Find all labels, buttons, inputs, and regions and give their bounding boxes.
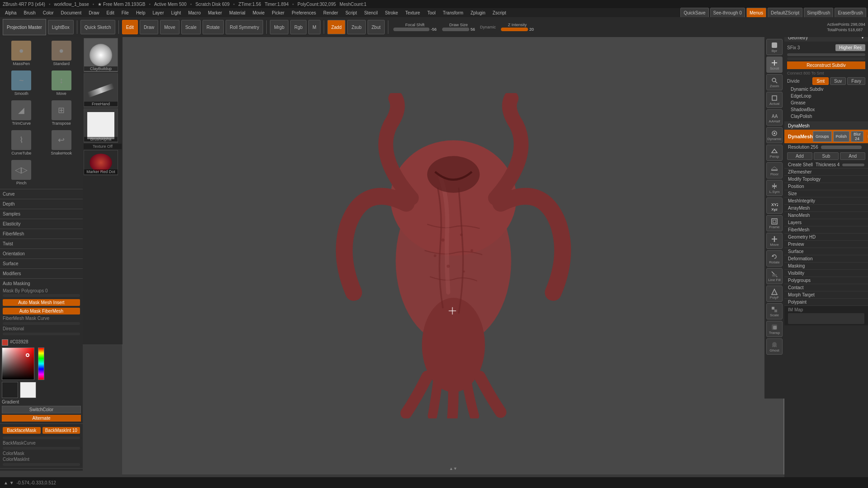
menu-light[interactable]: Light — [168, 9, 184, 16]
menu-material[interactable]: Material — [226, 9, 249, 16]
polygroups-slider[interactable] — [3, 294, 80, 297]
menu-render[interactable]: Render — [320, 9, 341, 16]
im-map-display[interactable] — [788, 313, 864, 324]
geometry-slider2[interactable] — [787, 57, 865, 60]
groups-badge[interactable]: Groups — [813, 131, 832, 142]
fibermesh-mask-curve[interactable]: FiberMesh Mask Curve — [3, 315, 80, 321]
geometry-hd-row[interactable]: Geometry HD — [784, 234, 868, 240]
see-through-button[interactable]: See-through 0 — [710, 8, 745, 18]
higher-res-button[interactable]: Higher Res — [835, 44, 865, 51]
backmask-int-button[interactable]: BackMaskInt 10 — [42, 427, 80, 434]
blur-badge[interactable]: Blur 24 — [851, 131, 863, 142]
menu-tool[interactable]: Tool — [424, 9, 439, 16]
vtool-lsym[interactable]: L.Sym — [766, 180, 783, 196]
quick-sketch-button[interactable]: Quick Sketch — [80, 20, 115, 34]
fibermesh-label[interactable]: FiberMesh — [3, 230, 80, 237]
rgb-button[interactable]: Rgb — [290, 20, 307, 34]
elasticity-label[interactable]: Elasticity — [3, 221, 80, 227]
edit-button[interactable]: Edit — [122, 20, 138, 34]
backface-mask-button[interactable]: BackfaceMask — [3, 427, 41, 434]
eraserbrush-button[interactable]: EraserBrush — [835, 8, 866, 18]
curve-label[interactable]: Curve — [3, 191, 80, 197]
modify-topology-row[interactable]: Modify Topology — [784, 176, 868, 183]
favy-button[interactable]: Favy — [847, 77, 865, 85]
vtool-polyf[interactable]: PolyF — [766, 286, 783, 302]
twist-label[interactable]: Twist — [3, 240, 80, 247]
shadowbox-row[interactable]: ShadowBox — [787, 106, 865, 113]
zsub-button[interactable]: Zsub — [347, 20, 365, 34]
resolution-slider[interactable] — [821, 145, 862, 149]
menu-texture[interactable]: Texture — [402, 9, 423, 16]
brush-transpose[interactable]: ⊞ Transpose — [42, 99, 81, 127]
canvas-area[interactable]: ▲▼ — [122, 37, 784, 474]
brush-pinch[interactable]: ◁▷ Pinch — [2, 158, 41, 187]
switchcolor-button[interactable]: SwitchColor — [2, 406, 81, 413]
morph-target-row[interactable]: Morph Target — [784, 291, 868, 298]
sub-button[interactable]: Sub — [814, 152, 839, 160]
menu-marker[interactable]: Marker — [205, 9, 225, 16]
brush-standard[interactable]: ● Standard — [42, 39, 81, 68]
preview-row[interactable]: Preview — [784, 241, 868, 248]
menu-movie[interactable]: Movie — [250, 9, 268, 16]
modifiers-label[interactable]: Modifiers — [3, 270, 80, 277]
defaultzscript-button[interactable]: DefaultZScript — [768, 8, 802, 18]
zadd-button[interactable]: Zadd — [327, 20, 346, 34]
arraymesh-row[interactable]: ArrayMesh — [784, 205, 868, 211]
projection-master-button[interactable]: Projection Master — [3, 19, 46, 35]
surface-rp-row[interactable]: Surface — [784, 248, 868, 255]
color-gradient-picker[interactable] — [2, 347, 34, 380]
vtool-move[interactable]: Move — [766, 233, 783, 249]
focal-shift-slider[interactable] — [393, 28, 429, 31]
color-mask-label[interactable]: ColorMask — [3, 450, 80, 456]
vtool-zoom[interactable]: Zoom — [766, 74, 783, 90]
depth-label[interactable]: Depth — [3, 201, 80, 207]
grease-row[interactable]: Grease — [787, 99, 865, 106]
geometry-slider[interactable] — [787, 53, 865, 56]
and-button[interactable]: And — [840, 152, 865, 160]
mask-by-polygroups[interactable]: Mask By Polygroups 0 — [3, 288, 80, 294]
auto-mask-fibermesh-button[interactable]: Auto Mask FiberMesh — [3, 308, 80, 314]
menu-document[interactable]: Document — [58, 9, 85, 16]
alternate-button[interactable]: Alternate — [2, 415, 81, 422]
topological-label[interactable]: Topological — [3, 470, 80, 471]
lightbox-button[interactable]: LightBox — [48, 20, 74, 34]
colormask-slider[interactable] — [3, 463, 80, 466]
fibermesh-rp-row[interactable]: FiberMesh — [784, 226, 868, 233]
samples-label[interactable]: Samples — [3, 211, 80, 217]
auto-mask-mesh-button[interactable]: Auto Mask Mesh Insert — [3, 299, 80, 306]
creature-viewport[interactable] — [291, 93, 616, 418]
move-button[interactable]: Move — [160, 20, 179, 34]
project-badge[interactable]: Project — [865, 131, 868, 142]
zbut-button[interactable]: Zbut — [368, 20, 385, 34]
color-swatch-dark[interactable] — [2, 382, 18, 398]
auto-masking-label[interactable]: Auto Masking — [3, 280, 80, 287]
menu-macro[interactable]: Macro — [185, 9, 204, 16]
brush-move[interactable]: ↕ Move — [42, 69, 81, 98]
menu-picker[interactable]: Picker — [269, 9, 288, 16]
vtool-bpr[interactable]: Bpr — [766, 39, 783, 55]
draw-button[interactable]: Draw — [140, 20, 158, 34]
rotate-button[interactable]: Rotate — [203, 20, 224, 34]
vtool-scale[interactable]: Scale — [766, 303, 783, 319]
smt-button[interactable]: Smt — [812, 77, 829, 85]
add-button[interactable]: Add — [787, 152, 812, 160]
masking-row[interactable]: Masking — [784, 263, 868, 269]
menu-draw[interactable]: Draw — [85, 9, 102, 16]
alpha-claybuildup[interactable]: ClayBuildup — [84, 38, 118, 72]
contact-row[interactable]: Contact — [784, 284, 868, 291]
layers-row[interactable]: Layers — [784, 219, 868, 226]
quicksave-button[interactable]: QuickSave — [680, 8, 708, 18]
hue-bar[interactable] — [38, 347, 44, 380]
directional-label[interactable]: Directional — [3, 326, 80, 332]
vtool-ghost[interactable]: Ghost — [766, 338, 783, 355]
vtool-dynamic[interactable]: Dynamic — [766, 127, 783, 143]
menu-file[interactable]: File — [118, 9, 132, 16]
thickness-slider[interactable] — [842, 164, 864, 166]
orientation-label[interactable]: Orientation — [3, 250, 80, 257]
menu-layer[interactable]: Layer — [149, 9, 167, 16]
suv-button[interactable]: Suv — [830, 77, 846, 85]
brush-masspen[interactable]: ● MassPen — [2, 39, 41, 68]
vtool-floor[interactable]: Floor — [766, 162, 783, 178]
menu-zscript[interactable]: Zscript — [490, 9, 509, 16]
vtool-aahalf[interactable]: AA AAHalf — [766, 109, 783, 126]
